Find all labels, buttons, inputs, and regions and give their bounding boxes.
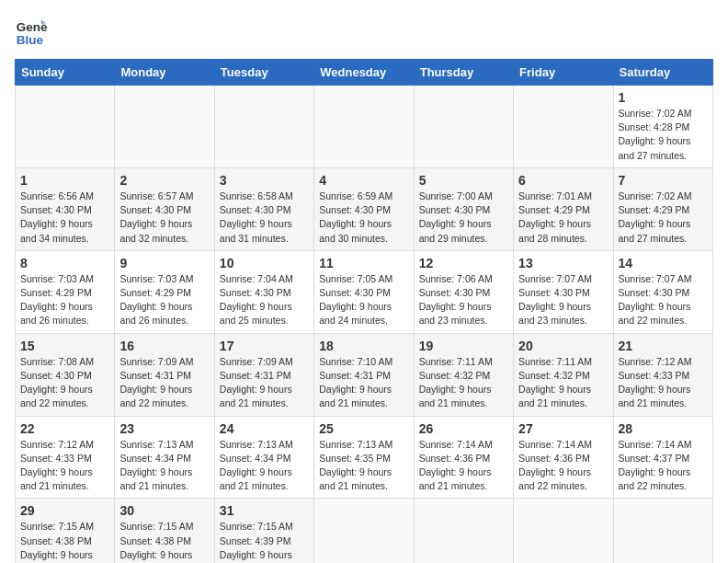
day-number: 30	[119, 503, 209, 518]
day-number: 17	[220, 339, 309, 353]
calendar-cell	[115, 86, 214, 168]
day-info: Sunrise: 7:08 AM Sunset: 4:30 PM Dayligh…	[20, 355, 109, 411]
day-number: 11	[319, 256, 408, 270]
calendar-cell: 22 Sunrise: 7:12 AM Sunset: 4:33 PM Dayl…	[16, 416, 115, 499]
day-info: Sunrise: 7:13 AM Sunset: 4:34 PM Dayligh…	[220, 438, 309, 494]
day-info: Sunrise: 7:09 AM Sunset: 4:31 PM Dayligh…	[220, 355, 309, 411]
day-info: Sunrise: 7:15 AM Sunset: 4:39 PM Dayligh…	[220, 520, 309, 563]
day-info: Sunrise: 6:58 AM Sunset: 4:30 PM Dayligh…	[220, 190, 309, 246]
calendar-cell: 16 Sunrise: 7:09 AM Sunset: 4:31 PM Dayl…	[115, 333, 214, 416]
calendar-week-row: 1 Sunrise: 7:02 AM Sunset: 4:28 PM Dayli…	[16, 86, 713, 168]
calendar-cell: 12 Sunrise: 7:06 AM Sunset: 4:30 PM Dayl…	[414, 250, 513, 333]
day-number: 9	[119, 256, 209, 270]
calendar-cell	[414, 86, 513, 168]
weekday-header: Saturday	[613, 60, 712, 86]
day-info: Sunrise: 7:01 AM Sunset: 4:29 PM Dayligh…	[518, 190, 608, 246]
weekday-header: Tuesday	[214, 60, 313, 86]
calendar-cell: 14 Sunrise: 7:07 AM Sunset: 4:30 PM Dayl…	[613, 250, 712, 333]
day-number: 2	[119, 173, 209, 188]
calendar-cell: 19 Sunrise: 7:11 AM Sunset: 4:32 PM Dayl…	[414, 333, 513, 416]
svg-text:Blue: Blue	[17, 33, 44, 47]
day-info: Sunrise: 7:07 AM Sunset: 4:30 PM Dayligh…	[619, 272, 708, 328]
day-number: 24	[220, 421, 309, 436]
day-info: Sunrise: 7:15 AM Sunset: 4:38 PM Dayligh…	[119, 520, 209, 563]
weekday-header: Friday	[514, 60, 613, 86]
day-number: 12	[419, 256, 508, 270]
day-number: 19	[419, 339, 508, 353]
day-info: Sunrise: 7:11 AM Sunset: 4:32 PM Dayligh…	[518, 355, 608, 411]
day-info: Sunrise: 7:12 AM Sunset: 4:33 PM Dayligh…	[619, 355, 708, 411]
day-info: Sunrise: 7:14 AM Sunset: 4:36 PM Dayligh…	[518, 438, 608, 494]
calendar-cell: 6 Sunrise: 7:01 AM Sunset: 4:29 PM Dayli…	[514, 167, 613, 250]
calendar-cell: 18 Sunrise: 7:10 AM Sunset: 4:31 PM Dayl…	[314, 333, 414, 416]
day-number: 13	[518, 256, 608, 270]
day-number: 25	[319, 421, 408, 436]
day-info: Sunrise: 7:15 AM Sunset: 4:38 PM Dayligh…	[20, 520, 109, 563]
calendar-cell	[514, 86, 613, 168]
calendar-cell: 4 Sunrise: 6:59 AM Sunset: 4:30 PM Dayli…	[314, 167, 414, 250]
calendar-cell: 26 Sunrise: 7:14 AM Sunset: 4:36 PM Dayl…	[414, 416, 513, 499]
weekday-header: Thursday	[414, 60, 513, 86]
weekday-header: Sunday	[16, 60, 115, 86]
calendar-cell: 5 Sunrise: 7:00 AM Sunset: 4:30 PM Dayli…	[414, 167, 513, 250]
day-info: Sunrise: 7:02 AM Sunset: 4:29 PM Dayligh…	[619, 190, 708, 246]
calendar-cell: 1 Sunrise: 7:02 AM Sunset: 4:28 PM Dayli…	[613, 86, 712, 168]
day-number: 15	[20, 339, 109, 353]
calendar-cell: 20 Sunrise: 7:11 AM Sunset: 4:32 PM Dayl…	[514, 333, 613, 416]
day-number: 6	[518, 173, 608, 188]
page-header: General Blue	[15, 15, 713, 48]
day-number: 22	[20, 421, 109, 436]
day-info: Sunrise: 6:57 AM Sunset: 4:30 PM Dayligh…	[119, 190, 209, 246]
day-info: Sunrise: 7:02 AM Sunset: 4:28 PM Dayligh…	[619, 107, 708, 163]
calendar-cell: 8 Sunrise: 7:03 AM Sunset: 4:29 PM Dayli…	[16, 250, 115, 333]
day-number: 20	[518, 339, 608, 353]
calendar-week-row: 22 Sunrise: 7:12 AM Sunset: 4:33 PM Dayl…	[16, 416, 713, 499]
calendar-cell: 27 Sunrise: 7:14 AM Sunset: 4:36 PM Dayl…	[514, 416, 613, 499]
day-number: 7	[619, 173, 708, 188]
calendar-week-row: 8 Sunrise: 7:03 AM Sunset: 4:29 PM Dayli…	[16, 250, 713, 333]
day-info: Sunrise: 7:07 AM Sunset: 4:30 PM Dayligh…	[518, 272, 608, 328]
day-info: Sunrise: 7:06 AM Sunset: 4:30 PM Dayligh…	[419, 272, 508, 328]
day-info: Sunrise: 7:04 AM Sunset: 4:30 PM Dayligh…	[220, 272, 309, 328]
logo: General Blue	[15, 15, 51, 48]
day-number: 5	[419, 173, 508, 188]
calendar-cell: 24 Sunrise: 7:13 AM Sunset: 4:34 PM Dayl…	[214, 416, 313, 499]
day-info: Sunrise: 7:14 AM Sunset: 4:37 PM Dayligh…	[619, 438, 708, 494]
day-number: 16	[119, 339, 209, 353]
calendar-cell: 25 Sunrise: 7:13 AM Sunset: 4:35 PM Dayl…	[314, 416, 414, 499]
calendar-cell: 31 Sunrise: 7:15 AM Sunset: 4:39 PM Dayl…	[214, 499, 313, 563]
calendar-cell: 21 Sunrise: 7:12 AM Sunset: 4:33 PM Dayl…	[613, 333, 712, 416]
day-number: 1	[619, 90, 708, 105]
day-number: 23	[119, 421, 209, 436]
day-number: 18	[319, 339, 408, 353]
header-row: SundayMondayTuesdayWednesdayThursdayFrid…	[16, 60, 713, 86]
calendar-week-row: 1 Sunrise: 6:56 AM Sunset: 4:30 PM Dayli…	[16, 167, 713, 250]
day-number: 4	[319, 173, 408, 188]
logo-icon: General Blue	[15, 15, 48, 48]
weekday-header: Wednesday	[314, 60, 414, 86]
calendar-cell: 30 Sunrise: 7:15 AM Sunset: 4:38 PM Dayl…	[115, 499, 214, 563]
calendar-cell: 13 Sunrise: 7:07 AM Sunset: 4:30 PM Dayl…	[514, 250, 613, 333]
day-number: 14	[619, 256, 708, 270]
calendar-cell: 10 Sunrise: 7:04 AM Sunset: 4:30 PM Dayl…	[214, 250, 313, 333]
calendar-cell: 9 Sunrise: 7:03 AM Sunset: 4:29 PM Dayli…	[115, 250, 214, 333]
day-info: Sunrise: 7:03 AM Sunset: 4:29 PM Dayligh…	[119, 272, 209, 328]
calendar-cell: 15 Sunrise: 7:08 AM Sunset: 4:30 PM Dayl…	[16, 333, 115, 416]
calendar-cell: 3 Sunrise: 6:58 AM Sunset: 4:30 PM Dayli…	[214, 167, 313, 250]
calendar-week-row: 29 Sunrise: 7:15 AM Sunset: 4:38 PM Dayl…	[16, 499, 713, 563]
day-info: Sunrise: 7:13 AM Sunset: 4:34 PM Dayligh…	[119, 438, 209, 494]
calendar-cell	[613, 499, 712, 563]
calendar-cell: 2 Sunrise: 6:57 AM Sunset: 4:30 PM Dayli…	[115, 167, 214, 250]
day-number: 26	[419, 421, 508, 436]
day-info: Sunrise: 7:09 AM Sunset: 4:31 PM Dayligh…	[119, 355, 209, 411]
calendar-cell: 23 Sunrise: 7:13 AM Sunset: 4:34 PM Dayl…	[115, 416, 214, 499]
day-info: Sunrise: 7:12 AM Sunset: 4:33 PM Dayligh…	[20, 438, 109, 494]
weekday-header: Monday	[115, 60, 214, 86]
calendar-cell: 29 Sunrise: 7:15 AM Sunset: 4:38 PM Dayl…	[16, 499, 115, 563]
day-number: 10	[220, 256, 309, 270]
day-info: Sunrise: 7:03 AM Sunset: 4:29 PM Dayligh…	[20, 272, 109, 328]
calendar-cell: 1 Sunrise: 6:56 AM Sunset: 4:30 PM Dayli…	[16, 167, 115, 250]
calendar-cell	[16, 86, 115, 168]
day-number: 27	[518, 421, 608, 436]
day-number: 31	[220, 503, 309, 518]
